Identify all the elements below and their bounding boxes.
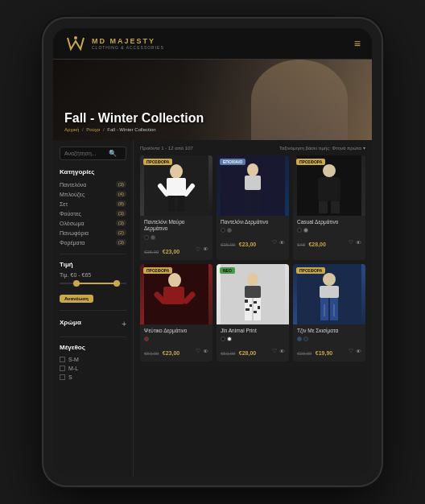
svg-rect-20 [163,287,184,304]
quickview-icon[interactable]: 👁 [203,349,208,354]
wishlist-icon[interactable]: ♡ [272,348,277,354]
sidebar-category-item[interactable]: Μπλούζες (4) [60,189,126,199]
sale-price: €23,00 [239,242,256,247]
product-actions: ♡ 👁 [272,348,285,354]
color-expand-icon[interactable]: + [122,320,126,328]
wishlist-icon[interactable]: ♡ [196,246,200,253]
size-filter-item[interactable]: S-M [60,355,126,364]
price-slider-right-thumb[interactable] [113,280,120,287]
quickview-icon[interactable]: 👁 [356,349,361,354]
svg-rect-4 [168,196,175,212]
price-slider-fill [73,283,120,284]
price-group: €35,00 €23,00 [221,235,256,250]
sale-price: €23,00 [163,350,179,356]
wishlist-icon[interactable]: ♡ [196,348,200,354]
product-pricing: €35,00 €23,00 ♡ 👁 [144,242,208,257]
color-swatch [227,337,232,341]
product-info: Casual Δερμάτινο €48 €28,00 ♡ 👁 [293,216,365,253]
header: MD MAJESTY CLOTHING & ACCESSORIES ≡ [53,28,372,60]
sidebar-category-item[interactable]: Σετ (8) [60,199,126,209]
sidebar-category-item[interactable]: Πανωφόρια (2) [60,228,126,238]
svg-rect-11 [246,190,252,213]
sale-price: €28,00 [308,242,325,247]
size-checkbox[interactable] [60,366,65,371]
search-icon[interactable]: 🔍 [109,150,117,157]
sidebar-category-item[interactable]: Φορέματα (3) [60,238,126,247]
sort-dropdown[interactable]: Ταξινόμηση βάσει τιμής: Φτηνά πρώτα ▾ [279,145,365,151]
product-colors [297,337,361,341]
svg-rect-3 [167,178,186,196]
price-slider-track[interactable] [60,283,126,284]
price-title: Τιμή [60,261,126,268]
breadcrumb-sep-1: / [82,127,85,132]
wishlist-icon[interactable]: ♡ [349,348,353,354]
sidebar-category-item[interactable]: Ολόσωμα (3) [60,218,126,228]
product-card[interactable]: ΠΡΟΣΦΟΡΑ Παντελόνι Μαύρο Δερμάτινο €35,0… [140,155,212,260]
breadcrumb-home[interactable]: Αρχική [64,127,79,132]
svg-rect-31 [250,304,252,307]
size-checkbox[interactable] [60,374,65,380]
product-name: Τζιν Με Σκισίματα [297,328,361,334]
sort-label: Ταξινόμηση βάσει τιμής: Φτηνά πρώτα [279,146,361,151]
sizes-list: S-M M-L S [60,355,126,382]
update-price-button[interactable]: Ανανέωση [60,295,93,303]
category-count: (3) [116,220,126,226]
product-pricing: €53,00 €28,00 ♡ 👁 [221,344,285,358]
search-box[interactable]: 🔍 [60,147,126,160]
wishlist-icon[interactable]: ♡ [349,239,353,246]
size-checkbox[interactable] [60,357,65,362]
product-actions: ♡ 👁 [272,239,285,246]
sidebar: 🔍 Κατηγορίες Παντελόνα (3) Μπλούζες (4) … [53,140,134,476]
quickview-icon[interactable]: 👁 [279,349,285,354]
price-group: €53,00 €28,00 [221,344,256,358]
sale-price: €23,00 [163,249,179,254]
divider-2 [60,310,126,311]
product-info: Ψεύτικο Δερμάτινο €53,00 €23,00 ♡ 👁 [140,324,212,361]
product-card[interactable]: ΝΕΟ Jln Animal Print €53,00 €28,00 ♡ 👁 [217,264,289,361]
size-filter-item[interactable]: M-L [60,364,126,373]
product-badge: ΠΡΟΣΦΟΡΑ [143,267,172,274]
svg-point-2 [170,164,183,179]
original-price: €35,00 [221,242,235,247]
logo-icon [64,35,87,52]
search-input[interactable] [64,151,109,156]
breadcrumb-current: Fall - Winter Collection [107,127,155,132]
product-colors [144,235,208,240]
svg-point-9 [247,163,258,176]
product-badge: ΠΡΟΣΦΟΡΑ [296,159,325,165]
product-pricing: €35,00 €23,00 ♡ 👁 [221,235,285,250]
hamburger-menu-button[interactable]: ≡ [354,37,361,50]
wishlist-icon[interactable]: ♡ [272,239,277,246]
sidebar-category-item[interactable]: Φούστες (3) [60,209,126,218]
product-card[interactable]: ΠΡΟΣΦΟΡΑ Casual Δερμάτινο €48 €28,00 ♡ 👁 [293,155,365,260]
product-card[interactable]: ΠΡΟΣΦΟΡΑ Ψεύτικο Δερμάτινο €53,00 €23,00… [140,264,212,361]
sale-price: €28,00 [239,350,256,356]
products-grid: ΠΡΟΣΦΟΡΑ Παντελόνι Μαύρο Δερμάτινο €35,0… [140,155,365,361]
svg-rect-10 [245,176,261,190]
quickview-icon[interactable]: 👁 [203,246,208,252]
logo-sub: CLOTHING & ACCESSORIES [92,45,164,50]
breadcrumb-ρούχα[interactable]: Ρούχα [86,127,100,132]
size-filter-item[interactable]: S [60,373,126,382]
color-swatch [144,337,149,341]
svg-rect-17 [331,201,340,213]
svg-point-26 [247,273,258,286]
sidebar-category-item[interactable]: Παντελόνα (3) [60,180,126,189]
product-colors [221,228,285,233]
category-count: (2) [116,229,126,236]
price-slider-left-thumb[interactable] [73,280,80,287]
quickview-icon[interactable]: 👁 [356,240,361,246]
product-info: Παντελόνι Δερμάτινο €35,00 €23,00 ♡ 👁 [217,216,289,253]
logo-name: MD MAJESTY [92,37,164,45]
product-actions: ♡ 👁 [349,348,361,354]
product-card[interactable]: ΕΠΟΧΙΑΙΟ Παντελόνι Δερμάτινο €35,00 €23,… [217,155,289,260]
product-pricing: €30,00 €19,90 ♡ 👁 [297,344,361,358]
product-name: Παντελόνι Μαύρο Δερμάτινο [144,219,208,233]
category-label: Σετ [60,201,68,207]
product-card[interactable]: ΠΡΟΣΦΟΡΑ Τζιν Με Σκισίματα €30,00 €19,90… [293,264,365,361]
color-swatch [221,228,225,233]
category-count: (3) [116,181,126,188]
product-colors [144,337,208,341]
color-swatch [297,228,302,233]
quickview-icon[interactable]: 👁 [279,240,285,246]
